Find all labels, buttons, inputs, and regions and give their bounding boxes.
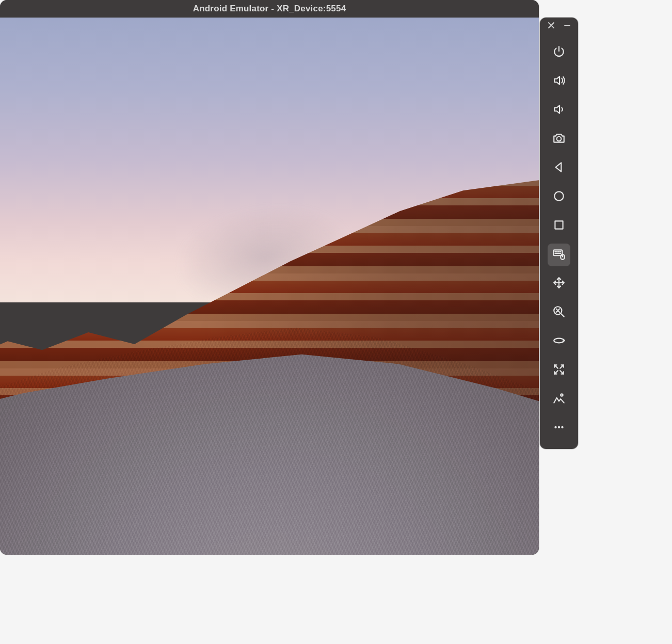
screenshot-button[interactable] — [548, 128, 570, 151]
minimize-icon — [564, 22, 571, 31]
recenter-icon — [552, 363, 566, 378]
toolbar-window-controls — [540, 18, 578, 35]
overview-icon — [552, 218, 566, 234]
volume-down-icon — [552, 103, 566, 118]
window-title: Android Emulator - XR_Device:5554 — [193, 4, 346, 14]
move-button[interactable] — [548, 272, 570, 295]
back-button[interactable] — [548, 157, 570, 180]
svg-point-6 — [554, 339, 564, 343]
rotate-view-button[interactable] — [548, 330, 570, 353]
minimize-button[interactable] — [562, 21, 573, 32]
volume-up-icon — [552, 74, 566, 89]
rotate-view-icon — [552, 334, 566, 349]
window-titlebar[interactable]: Android Emulator - XR_Device:5554 — [0, 0, 539, 18]
svg-point-1 — [554, 191, 563, 200]
xr-scene — [0, 18, 539, 555]
overview-button[interactable] — [548, 215, 570, 237]
close-icon — [548, 22, 555, 31]
environment-icon — [552, 392, 566, 407]
volume-down-button[interactable] — [548, 99, 570, 122]
power-icon — [552, 45, 566, 60]
move-icon — [552, 276, 566, 292]
more-icon — [552, 421, 566, 436]
camera-icon — [552, 132, 566, 147]
input-mode-button[interactable] — [548, 244, 570, 266]
svg-point-10 — [561, 426, 563, 428]
keyboard-mouse-icon — [552, 247, 566, 263]
recenter-button[interactable] — [548, 359, 570, 382]
back-icon — [552, 160, 566, 176]
toolbar-buttons — [540, 35, 578, 443]
svg-point-8 — [554, 426, 556, 428]
emulator-window: Android Emulator - XR_Device:5554 — [0, 0, 539, 555]
environment-button[interactable] — [548, 388, 570, 411]
emulator-toolbar — [540, 18, 578, 449]
close-button[interactable] — [546, 21, 557, 32]
power-button[interactable] — [548, 41, 570, 64]
zoom-reset-icon — [552, 305, 566, 320]
svg-point-0 — [557, 137, 562, 141]
svg-rect-2 — [555, 221, 563, 229]
volume-up-button[interactable] — [548, 70, 570, 93]
svg-point-7 — [561, 394, 563, 396]
home-button[interactable] — [548, 186, 570, 208]
emulator-viewport[interactable] — [0, 18, 539, 555]
zoom-button[interactable] — [548, 301, 570, 324]
svg-point-9 — [558, 426, 560, 428]
more-button[interactable] — [548, 417, 570, 440]
home-icon — [552, 189, 566, 205]
